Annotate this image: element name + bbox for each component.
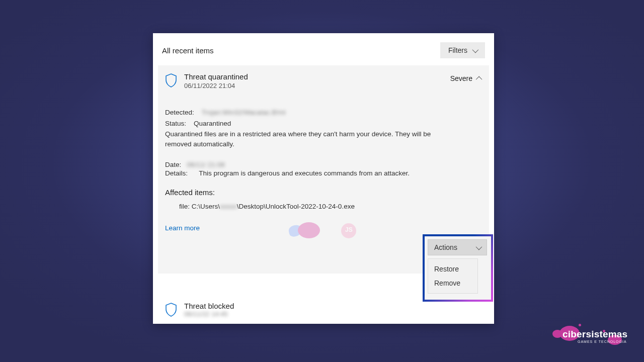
watermark-overlay: JS — [289, 222, 369, 242]
severity-group[interactable]: Severe — [450, 72, 482, 82]
menu-item-remove[interactable]: Remove — [428, 276, 477, 290]
actions-panel: Actions Restore Remove — [425, 236, 491, 300]
security-history-window: All recent items Filters Threat quaranti… — [153, 33, 494, 324]
quarantine-description: Quarantined files are in a restricted ar… — [165, 129, 447, 149]
actions-button[interactable]: Actions — [428, 239, 487, 255]
item-left: Threat blocked 06/11/22 14:45 — [165, 302, 234, 319]
date-value: 06/11/ 21:08 — [187, 161, 225, 168]
threat-item-2[interactable]: Threat blocked 02/11/22 10:12 High — [153, 323, 494, 324]
detected-value: Trojan:Win32/Wacatac.B!ml — [202, 108, 285, 118]
affected-file-line: file: C:\Users\xxxxx\Desktop\UnlockTool-… — [165, 203, 482, 210]
brand-name: cibersistemas — [562, 329, 627, 340]
details-row: Details: This program is dangerous and e… — [165, 169, 482, 177]
menu-item-restore[interactable]: Restore — [428, 262, 477, 276]
item-title: Threat blocked — [184, 302, 234, 310]
learn-more-link[interactable]: Learn more — [165, 224, 200, 232]
date-label: Date: — [165, 161, 181, 168]
status-row: Status: Quarantined — [165, 119, 482, 129]
actions-dropdown-menu: Restore Remove — [428, 258, 478, 294]
status-label: Status: — [165, 120, 186, 127]
threat-body: Detected: Trojan:Win32/Wacatac.B!ml Stat… — [165, 108, 482, 149]
shield-icon — [165, 72, 179, 89]
file-prefix: file: C:\Users\ — [179, 203, 220, 210]
detected-row: Detected: Trojan:Win32/Wacatac.B!ml — [165, 108, 482, 118]
chevron-down-icon — [472, 46, 479, 53]
item-sub: 06/11/22 14:45 — [184, 310, 234, 318]
details-value: This program is dangerous and executes c… — [199, 169, 410, 177]
detected-label: Detected: — [165, 109, 194, 116]
filters-button[interactable]: Filters — [440, 42, 485, 58]
threat-card-header: Threat quarantined 06/11/2022 21:04 Seve… — [165, 72, 482, 89]
affected-items-label: Affected items: — [165, 188, 482, 197]
shield-icon-svg — [165, 73, 177, 87]
details-label: Details: — [165, 169, 188, 177]
card-head-left: Threat quarantined 06/11/2022 21:04 — [165, 72, 248, 89]
filters-label: Filters — [448, 46, 467, 54]
card-title-block: Threat quarantined 06/11/2022 21:04 — [184, 72, 248, 89]
header-bar: All recent items Filters — [153, 33, 494, 65]
threat-meta: Date: 06/11/ 21:08 Details: This program… — [165, 161, 482, 210]
severity-label: Severe — [450, 74, 472, 82]
actions-label: Actions — [434, 243, 457, 251]
file-user-blur: xxxxx — [220, 203, 237, 210]
threat-timestamp: 06/11/2022 21:04 — [184, 82, 248, 89]
file-suffix: \Desktop\UnlockTool-2022-10-24-0.exe — [237, 203, 355, 210]
shield-icon — [165, 302, 179, 319]
chevron-up-icon — [476, 76, 482, 82]
threat-title: Threat quarantined — [184, 72, 248, 81]
threat-card-expanded[interactable]: Threat quarantined 06/11/2022 21:04 Seve… — [158, 65, 489, 274]
page-title: All recent items — [162, 46, 214, 55]
brand-watermark: cibersistemas GAMES E TECNOLOGIA — [552, 325, 628, 347]
date-row: Date: 06/11/ 21:08 — [165, 161, 482, 168]
actions-highlight-box: Actions Restore Remove — [423, 234, 493, 302]
chevron-down-icon — [476, 243, 482, 250]
brand-tagline: GAMES E TECNOLOGIA — [578, 340, 627, 343]
item-text: Threat blocked 06/11/22 14:45 — [184, 302, 234, 319]
status-value: Quarantined — [194, 120, 231, 127]
